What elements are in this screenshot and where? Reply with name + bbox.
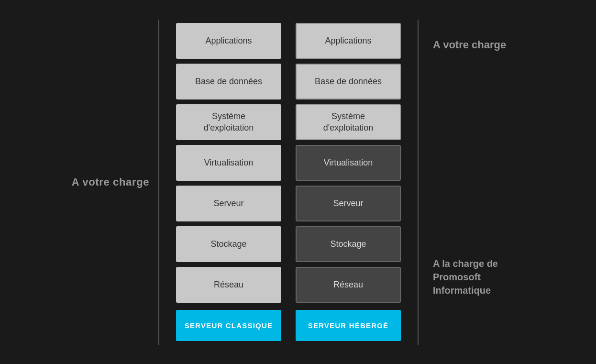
left-label: A votre charge xyxy=(63,176,158,188)
columns-wrapper: Applications Base de données Systèmed'ex… xyxy=(159,13,418,351)
cell-hosted-os: Systèmed'exploitation xyxy=(296,104,401,140)
right-labels: A votre charge A la charge dePromosoft I… xyxy=(419,20,533,345)
cell-classic-os: Systèmed'exploitation xyxy=(176,104,281,140)
cell-classic-reseau: Réseau xyxy=(176,267,281,303)
cell-hosted-applications: Applications xyxy=(296,23,401,59)
cell-classic-database: Base de données xyxy=(176,64,281,99)
cell-hosted-reseau: Réseau xyxy=(296,267,401,303)
cell-classic-stockage: Stockage xyxy=(176,226,281,262)
footer-hosted[interactable]: SERVEUR HÉBERGÉ xyxy=(296,310,401,341)
cell-classic-serveur: Serveur xyxy=(176,186,281,221)
footer-classic[interactable]: SERVEUR CLASSIQUE xyxy=(176,310,281,341)
right-label-bottom: A la charge dePromosoft Informatique xyxy=(419,257,533,335)
column-hosted: Applications Base de données Systèmed'ex… xyxy=(293,23,403,341)
cell-hosted-serveur: Serveur xyxy=(296,186,401,221)
right-label-top: A votre charge xyxy=(419,29,533,51)
cell-hosted-virtualisation: Virtualisation xyxy=(296,145,401,181)
diagram-container: A votre charge Applications Base de donn… xyxy=(0,0,596,364)
column-classic: Applications Base de données Systèmed'ex… xyxy=(174,23,284,341)
cell-hosted-stockage: Stockage xyxy=(296,226,401,262)
cell-classic-virtualisation: Virtualisation xyxy=(176,145,281,181)
cell-hosted-database: Base de données xyxy=(296,64,401,99)
cell-classic-applications: Applications xyxy=(176,23,281,59)
